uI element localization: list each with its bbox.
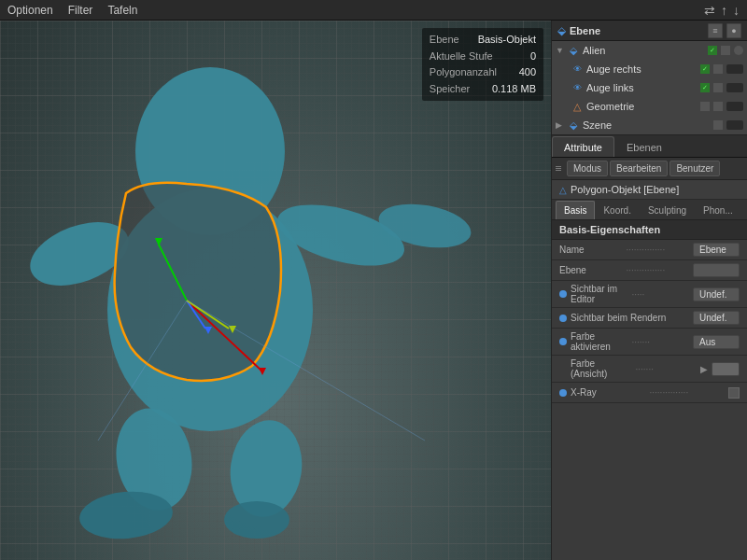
props-content: Basis-Eigenschaften Name ···············… bbox=[552, 220, 747, 560]
indicator-sichtbar-editor bbox=[559, 290, 567, 298]
info-value-poly: 400 bbox=[519, 64, 536, 81]
info-label-ebene: Ebene bbox=[430, 32, 459, 49]
indicator-sichtbar-render bbox=[559, 315, 567, 322]
prop-row-sichtbar-render: Sichtbar beim Rendern Undef. bbox=[552, 308, 747, 329]
svg-point-1 bbox=[135, 67, 285, 235]
menubar: Optionen Filter Tafeln ⇄ ↑ ↓ bbox=[0, 0, 747, 21]
btn-modus[interactable]: Modus bbox=[567, 161, 608, 176]
indicator-farbe-akt bbox=[559, 338, 567, 345]
prop-dots-sichtbar-editor: ····· bbox=[632, 289, 690, 300]
tree-dots-geometrie bbox=[700, 102, 743, 111]
dot-dark-al bbox=[726, 83, 743, 92]
sub-tab-sculpting[interactable]: Sculpting bbox=[640, 201, 695, 219]
tree-label-auge-links: Auge links bbox=[586, 82, 700, 93]
dot-check-al: ✓ bbox=[700, 83, 710, 92]
tree-item-szene[interactable]: ▶ ⬙ Szene bbox=[552, 116, 747, 134]
layer-icon-alien: ⬙ bbox=[567, 44, 580, 57]
info-value-stufe: 0 bbox=[530, 49, 536, 65]
section-header-basis: Basis-Eigenschaften bbox=[552, 220, 747, 240]
svg-point-3 bbox=[271, 193, 411, 277]
prop-label-xray: X-Ray bbox=[571, 387, 646, 398]
prop-label-name: Name bbox=[559, 245, 623, 255]
scene-panel: ⬙ Ebene ≡ ● ▼ ⬙ Alien ✓ bbox=[552, 21, 747, 135]
svg-point-2 bbox=[21, 210, 137, 298]
menu-tafeln[interactable]: Tafeln bbox=[107, 4, 137, 17]
prop-label-ebene: Ebene bbox=[559, 265, 623, 275]
dot-grey-alien-2 bbox=[734, 46, 743, 55]
prop-arrow-farbe-ansicht[interactable]: ▶ bbox=[700, 364, 708, 374]
svg-marker-16 bbox=[229, 326, 236, 333]
prop-dots-farbe-akt: ······· bbox=[632, 337, 690, 347]
btn-benutzer[interactable]: Benutzer bbox=[669, 161, 720, 176]
layer-icon-szene: ⬙ bbox=[567, 119, 580, 132]
tree-dots-alien: ✓ bbox=[708, 46, 743, 55]
prop-row-ebene: Ebene ··············· bbox=[552, 260, 747, 281]
info-row-stufe: Aktuelle Stufe 0 bbox=[430, 49, 536, 65]
spacer-farbe-ansicht bbox=[559, 365, 567, 372]
tree-dots-szene bbox=[713, 120, 743, 130]
sub-tabs: Basis Koord. Sculpting Phon... bbox=[552, 200, 747, 220]
tree-item-alien[interactable]: ▼ ⬙ Alien ✓ bbox=[552, 41, 747, 60]
tab-attribute[interactable]: Attribute bbox=[552, 136, 614, 157]
svg-line-15 bbox=[187, 301, 229, 329]
prop-label-farbe-ansicht: Farbe (Ansicht) bbox=[571, 358, 632, 379]
attr-panel: Attribute Ebenen Modus Bearbeiten Benutz… bbox=[552, 135, 747, 560]
scene-header: ⬙ Ebene ≡ ● bbox=[552, 21, 747, 41]
dot-grey-s-1 bbox=[713, 120, 723, 130]
character-svg bbox=[0, 21, 551, 560]
attr-tabs: Attribute Ebenen bbox=[552, 135, 747, 158]
prop-dots-name: ··············· bbox=[627, 245, 690, 255]
sub-tab-koord[interactable]: Koord. bbox=[595, 201, 639, 219]
prop-value-farbe-akt[interactable]: Aus bbox=[693, 335, 740, 349]
tree-item-auge-links[interactable]: 👁 Auge links ✓ bbox=[552, 78, 747, 97]
tab-ebenen[interactable]: Ebenen bbox=[614, 136, 674, 157]
prop-label-sichtbar-editor: Sichtbar im Editor bbox=[571, 284, 628, 304]
prop-label-sichtbar-render: Sichtbar beim Rendern bbox=[571, 313, 689, 323]
tree-label-szene: Szene bbox=[583, 119, 713, 131]
tree-label-alien: Alien bbox=[583, 45, 708, 56]
object-title: △ Polygon-Objekt [Ebene] bbox=[552, 180, 747, 200]
dot-dark-g bbox=[726, 102, 743, 111]
info-row-ebene: Ebene Basis-Objekt bbox=[430, 32, 536, 49]
menubar-icons: ⇄ ↑ ↓ bbox=[704, 3, 740, 18]
viewport-info: Ebene Basis-Objekt Aktuelle Stufe 0 Poly… bbox=[422, 28, 543, 101]
eye-icon-rechts: 👁 bbox=[571, 63, 584, 76]
main-area: Ebene Basis-Objekt Aktuelle Stufe 0 Poly… bbox=[0, 21, 747, 560]
svg-marker-12 bbox=[259, 368, 266, 375]
menu-filter[interactable]: Filter bbox=[68, 4, 93, 17]
prop-row-name: Name ··············· Ebene bbox=[552, 240, 747, 260]
prop-value-name[interactable]: Ebene bbox=[693, 243, 740, 257]
svg-marker-10 bbox=[155, 238, 162, 246]
btn-bearbeiten[interactable]: Bearbeiten bbox=[610, 161, 668, 176]
prop-value-farbe-ansicht[interactable] bbox=[712, 362, 740, 376]
menu-optionen[interactable]: Optionen bbox=[7, 4, 53, 17]
viewport[interactable]: Ebene Basis-Objekt Aktuelle Stufe 0 Poly… bbox=[0, 21, 551, 560]
svg-line-17 bbox=[187, 301, 425, 441]
dot-dark-ar bbox=[726, 64, 743, 74]
tree-label-auge-rechts: Auge rechts bbox=[586, 63, 700, 75]
attr-toolbar: Modus Bearbeiten Benutzer bbox=[552, 158, 747, 180]
sub-tab-phon[interactable]: Phon... bbox=[695, 201, 741, 219]
checkbox-xray[interactable] bbox=[728, 387, 740, 399]
up-icon: ↑ bbox=[721, 3, 727, 18]
drag-handle bbox=[556, 166, 561, 171]
info-label-speicher: Speicher bbox=[430, 81, 470, 98]
prop-dots-ebene: ··············· bbox=[627, 265, 690, 275]
dot-grey-ar-1 bbox=[713, 64, 723, 74]
tree-arrow-alien: ▼ bbox=[556, 46, 567, 55]
scene-btn-2[interactable]: ● bbox=[726, 23, 741, 38]
svg-point-4 bbox=[375, 198, 474, 255]
down-icon: ↓ bbox=[733, 3, 740, 18]
tree-item-geometrie[interactable]: △ Geometrie bbox=[552, 97, 747, 116]
prop-value-sichtbar-editor[interactable]: Undef. bbox=[693, 287, 740, 301]
prop-value-ebene[interactable] bbox=[693, 263, 740, 277]
dot-check-alien: ✓ bbox=[708, 46, 717, 55]
prop-value-sichtbar-render[interactable]: Undef. bbox=[693, 311, 740, 325]
sub-tab-basis[interactable]: Basis bbox=[556, 201, 595, 219]
transfer-icon: ⇄ bbox=[704, 3, 715, 18]
scene-btn-1[interactable]: ≡ bbox=[708, 23, 723, 38]
info-row-poly: Polygonanzahl 400 bbox=[430, 64, 536, 81]
svg-line-13 bbox=[187, 301, 205, 329]
svg-point-6 bbox=[224, 415, 308, 522]
tree-item-auge-rechts[interactable]: 👁 Auge rechts ✓ bbox=[552, 60, 747, 78]
